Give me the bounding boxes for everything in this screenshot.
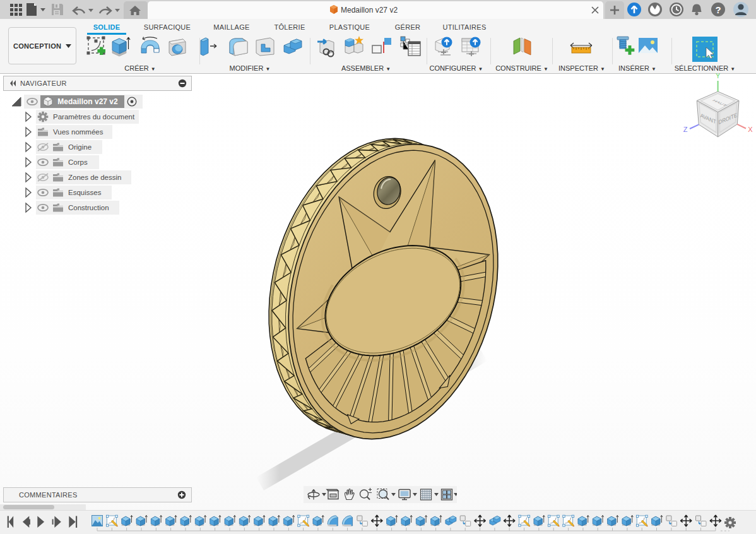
svg-text:Paramètres du document: Paramètres du document	[53, 113, 135, 121]
svg-text:Corps: Corps	[68, 158, 88, 166]
svg-text:Origine: Origine	[68, 143, 92, 151]
svg-text:Esquisses: Esquisses	[68, 189, 102, 196]
svg-text:Y: Y	[716, 72, 721, 80]
svg-text:Construction: Construction	[68, 204, 109, 211]
svg-text:Medaillon v27 v2: Medaillon v27 v2	[57, 97, 118, 106]
svg-text:?: ?	[715, 4, 721, 15]
svg-text:X: X	[748, 126, 753, 133]
svg-text:Z: Z	[683, 126, 688, 133]
svg-text:Vues nommées: Vues nommées	[53, 128, 103, 136]
svg-text:Zones de dessin: Zones de dessin	[68, 174, 121, 181]
